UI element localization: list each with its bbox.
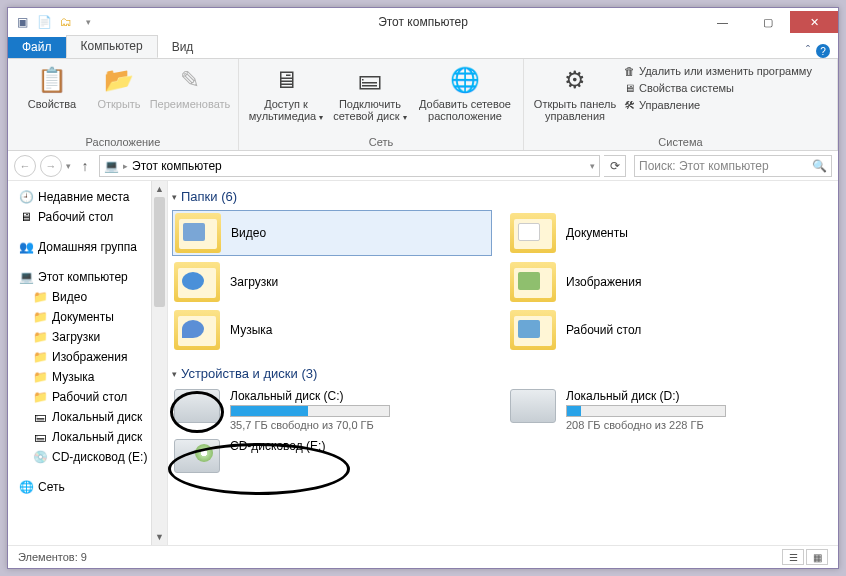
drive-d[interactable]: Локальный диск (D:) 208 ГБ свободно из 2…: [508, 387, 828, 433]
folder-icon: [510, 310, 556, 350]
search-icon[interactable]: 🔍: [812, 159, 827, 173]
nav-documents[interactable]: 📁Документы: [8, 307, 167, 327]
nav-recent[interactable]: 🕘Недавние места: [8, 187, 167, 207]
chevron-down-icon[interactable]: ▾: [590, 161, 595, 171]
media-icon: 🖥: [270, 64, 302, 96]
folder-pictures[interactable]: Изображения: [508, 260, 828, 304]
nav-downloads[interactable]: 📁Загрузки: [8, 327, 167, 347]
properties-button[interactable]: 📋Свойства: [16, 62, 88, 110]
control-panel-button[interactable]: ⚙Открыть панель управления: [532, 62, 618, 122]
drive-icon: [174, 389, 220, 423]
chevron-right-icon[interactable]: ▸: [123, 161, 128, 171]
tab-computer[interactable]: Компьютер: [66, 35, 158, 58]
media-access-button[interactable]: 🖥Доступ к мультимедиа ▾: [247, 62, 325, 122]
folder-icon: [175, 213, 221, 253]
new-folder-icon[interactable]: 📄: [36, 14, 52, 30]
address-bar-row: ← → ▾ ↑ 💻 ▸ Этот компьютер ▾ ⟳ Поиск: Эт…: [8, 151, 838, 181]
drive-c[interactable]: Локальный диск (C:) 35,7 ГБ свободно из …: [172, 387, 492, 433]
nav-video[interactable]: 📁Видео: [8, 287, 167, 307]
nav-desktop2[interactable]: 📁Рабочий стол: [8, 387, 167, 407]
help-icon[interactable]: ?: [816, 44, 830, 58]
folders-section-header[interactable]: ▾ Папки (6): [172, 189, 828, 204]
body: 🕘Недавние места 🖥Рабочий стол 👥Домашняя …: [8, 181, 838, 545]
drive-icon: 🖴: [32, 409, 48, 425]
collapse-icon[interactable]: ▾: [172, 369, 177, 379]
nav-cd[interactable]: 💿CD-дисковод (E:): [8, 447, 167, 467]
drives-section-header[interactable]: ▾ Устройства и диски (3): [172, 366, 828, 381]
nav-diskc[interactable]: 🖴Локальный диск: [8, 407, 167, 427]
close-button[interactable]: ✕: [790, 11, 838, 33]
nav-thispc[interactable]: 💻Этот компьютер: [8, 267, 167, 287]
explorer-window: ▣ 📄 🗂 ▾ Этот компьютер — ▢ ✕ Файл Компью…: [7, 7, 839, 569]
nav-scrollbar[interactable]: ▲ ▼: [151, 181, 167, 545]
ribbon-collapse-icon[interactable]: ˆ: [806, 44, 810, 58]
navigation-pane: 🕘Недавние места 🖥Рабочий стол 👥Домашняя …: [8, 181, 168, 545]
breadcrumb-segment[interactable]: Этот компьютер: [132, 159, 222, 173]
nav-desktop[interactable]: 🖥Рабочий стол: [8, 207, 167, 227]
properties-icon: 📋: [36, 64, 68, 96]
add-network-button[interactable]: 🌐Добавить сетевое расположение: [415, 62, 515, 122]
back-button[interactable]: ←: [14, 155, 36, 177]
folder-icon: 📁: [32, 329, 48, 345]
content-pane: ▾ Папки (6) Видео Документы Загрузки Изо…: [168, 181, 838, 545]
folder-icon: 📁: [32, 369, 48, 385]
scroll-thumb[interactable]: [154, 197, 165, 307]
tab-file[interactable]: Файл: [8, 37, 66, 58]
map-drive-button[interactable]: 🖴Подключить сетевой диск ▾: [329, 62, 411, 122]
refresh-button[interactable]: ⟳: [604, 155, 626, 177]
nav-music[interactable]: 📁Музыка: [8, 367, 167, 387]
open-icon: 📂: [103, 64, 135, 96]
folder-downloads[interactable]: Загрузки: [172, 260, 492, 304]
folder-desktop[interactable]: Рабочий стол: [508, 308, 828, 352]
usage-bar: [230, 405, 390, 417]
properties-icon[interactable]: ▣: [14, 14, 30, 30]
folder-icon: [174, 310, 220, 350]
tiles-view-button[interactable]: ▦: [806, 549, 828, 565]
details-view-button[interactable]: ☰: [782, 549, 804, 565]
usage-bar: [566, 405, 726, 417]
cd-icon: 💿: [32, 449, 48, 465]
folder-icon: 📁: [32, 309, 48, 325]
open-button[interactable]: 📂Открыть: [92, 62, 146, 110]
drive-cd[interactable]: CD-дисковод (E:): [172, 437, 492, 475]
group-location-label: Расположение: [16, 136, 230, 149]
ribbon-tabs: Файл Компьютер Вид ˆ ?: [8, 36, 838, 59]
tab-view[interactable]: Вид: [158, 37, 208, 58]
search-input[interactable]: Поиск: Этот компьютер 🔍: [634, 155, 832, 177]
add-network-icon: 🌐: [449, 64, 481, 96]
nav-homegroup[interactable]: 👥Домашняя группа: [8, 237, 167, 257]
nav-diskd[interactable]: 🖴Локальный диск: [8, 427, 167, 447]
breadcrumb[interactable]: 💻 ▸ Этот компьютер ▾: [99, 155, 600, 177]
up-button[interactable]: ↑: [75, 156, 95, 176]
system-properties-button[interactable]: 🖥Свойства системы: [622, 81, 814, 95]
rename-button[interactable]: ✎Переименовать: [150, 62, 230, 110]
explorer-icon: 🗂: [58, 14, 74, 30]
folder-documents[interactable]: Документы: [508, 210, 828, 256]
nav-pictures[interactable]: 📁Изображения: [8, 347, 167, 367]
maximize-button[interactable]: ▢: [745, 11, 790, 33]
pc-icon: 💻: [104, 159, 119, 173]
scroll-down-icon[interactable]: ▼: [152, 529, 167, 545]
drive-icon: 🖴: [32, 429, 48, 445]
sysprops-icon: 🖥: [624, 82, 635, 94]
collapse-icon[interactable]: ▾: [172, 192, 177, 202]
folder-icon: 📁: [32, 349, 48, 365]
ribbon: 📋Свойства 📂Открыть ✎Переименовать Распол…: [8, 59, 838, 151]
scroll-up-icon[interactable]: ▲: [152, 181, 167, 197]
manage-button[interactable]: 🛠Управление: [622, 98, 814, 112]
uninstall-button[interactable]: 🗑Удалить или изменить программу: [622, 64, 814, 78]
history-dropdown-icon[interactable]: ▾: [66, 161, 71, 171]
uninstall-icon: 🗑: [624, 65, 635, 77]
titlebar: ▣ 📄 🗂 ▾ Этот компьютер — ▢ ✕: [8, 8, 838, 36]
folder-icon: [510, 213, 556, 253]
nav-network[interactable]: 🌐Сеть: [8, 477, 167, 497]
folder-music[interactable]: Музыка: [172, 308, 492, 352]
forward-button[interactable]: →: [40, 155, 62, 177]
status-bar: Элементов: 9 ☰ ▦: [8, 545, 838, 568]
quick-access-toolbar: ▣ 📄 🗂 ▾: [8, 14, 96, 30]
minimize-button[interactable]: —: [700, 11, 745, 33]
qat-dropdown-icon[interactable]: ▾: [80, 14, 96, 30]
folder-video[interactable]: Видео: [172, 210, 492, 256]
group-network-label: Сеть: [247, 136, 515, 149]
recent-icon: 🕘: [18, 189, 34, 205]
